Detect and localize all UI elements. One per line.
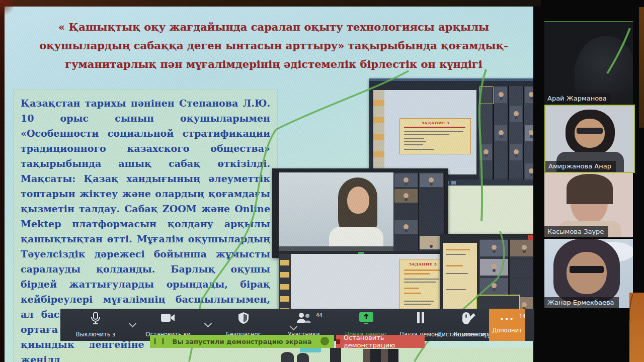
glasses [570, 266, 604, 273]
monitor-bezel-top [0, 0, 541, 7]
embedded-zoom-screenshot-student [272, 168, 448, 258]
slide-title-line1: « Қашықтық оқу жағдайында саралап оқыту … [20, 18, 528, 36]
student-silhouette [338, 177, 377, 237]
monitor-bezel-left [0, 0, 5, 362]
stop-video-button[interactable]: Остановить ви [142, 312, 194, 338]
participant-video-2[interactable]: Амиржанова Анар [544, 105, 635, 173]
participant-grid-large [479, 86, 540, 183]
embedded-ppt-editor: ЗАДАНИЕ 3 [279, 254, 445, 315]
more-count-badge: 14 [519, 314, 526, 319]
stop-icon [336, 339, 340, 344]
sticky-note [629, 293, 644, 362]
remote-control-label: Дистанционное уп [437, 331, 495, 338]
participant-video-3[interactable]: Касымова Зауре [544, 173, 633, 237]
participant-name: Касымова Зауре [544, 226, 608, 237]
remote-control-button[interactable]: Дистанционное уп [436, 312, 496, 338]
participants-icon [296, 312, 311, 324]
stop-share-button[interactable]: Остановить демонстрацию [336, 335, 425, 348]
embedded-task-heading: ЗАДАНИЕ 3 [400, 120, 470, 125]
ppt-slide-task-box: ЗАДАНИЕ 3 [399, 118, 471, 154]
participant-name: Арай Жарманова [544, 93, 611, 104]
embedded-zoom-screenshot-top: ЗАДАНИЕ 3 [369, 78, 543, 191]
ppt-editor-slide: ЗАДАНИЕ 3 [399, 259, 446, 312]
slide-title: « Қашықтық оқу жағдайында саралап оқыту … [20, 18, 528, 73]
ppt-editor-thumbnails [279, 254, 291, 315]
participant-grid-small [479, 239, 540, 315]
pause-icon [416, 312, 425, 324]
slide-title-line3: гуманитарлық пән мұғалімдерінің әдістеме… [20, 55, 528, 73]
mute-label: Выключить з [76, 331, 115, 338]
share-banner-message: Вы запустили демонстрацию экрана [173, 338, 312, 345]
student-video [279, 172, 393, 251]
slide-title-line2: оқушылардың сабаққа деген ынтасын арттыр… [20, 36, 528, 55]
participants-count-badge: 44 [316, 313, 323, 318]
banner-pause-icon [154, 338, 164, 344]
shield-icon [238, 312, 249, 324]
share-active-banner: Вы запустили демонстрацию экрана [150, 335, 334, 348]
participant-panel-small [393, 172, 445, 251]
mute-options-chevron-icon[interactable] [129, 320, 137, 328]
handwriting-marks [627, 292, 641, 323]
window-icon [444, 181, 449, 185]
share-screen-icon [359, 312, 374, 324]
participant-video-4[interactable]: Жанар Ермекбаева [544, 239, 633, 308]
glasses [577, 128, 603, 134]
shared-content-bottom-strip [60, 348, 534, 362]
video-camera-icon [160, 312, 176, 324]
embedded-slide-sliver [443, 243, 477, 314]
microphone-icon [90, 312, 101, 325]
embedded-mini-toolbar [279, 251, 445, 257]
screen-photo: « Қашықтық оқу жағдайында саралап оқыту … [0, 0, 644, 362]
photo-edge-reflection [639, 7, 644, 128]
mute-button[interactable]: Выключить з [71, 312, 120, 338]
remote-mouse-icon [462, 312, 470, 325]
embedded-desktop-screenshot [441, 179, 542, 242]
security-button[interactable]: Безопаснос [220, 312, 267, 338]
banner-status-icon [320, 337, 329, 345]
participant-name: Жанар Ермекбаева [544, 297, 619, 308]
embedded-taskbar [441, 237, 542, 242]
more-label: Дополнит [492, 327, 522, 334]
embedded-zoom-screenshot-bottom [440, 234, 543, 318]
stop-share-label: Остановить демонстрацию [344, 334, 425, 349]
participant-name: Амиржанова Анар [545, 161, 616, 172]
video-thumbnails-strip [363, 349, 398, 362]
embedded-ppt-slideshow: ЗАДАНИЕ 3 [373, 90, 476, 174]
ppt-thumbnail-strip [373, 90, 384, 174]
video-options-chevron-icon[interactable] [204, 320, 212, 328]
window-icon [451, 181, 456, 185]
participant-video-1[interactable]: Арай Жарманова [544, 21, 633, 104]
photo-corner-glare [0, 0, 13, 20]
ellipsis-icon: ••• [500, 316, 514, 323]
